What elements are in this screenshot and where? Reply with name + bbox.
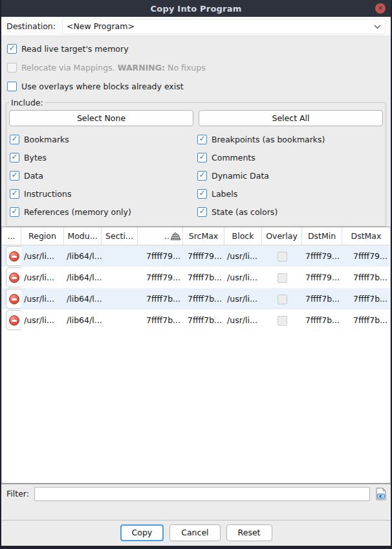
filter-input[interactable] bbox=[34, 487, 370, 501]
options-section: ✓ Read live target's memory ✓ Relocate v… bbox=[1, 36, 391, 98]
cell-block: /usr/li... bbox=[224, 273, 262, 282]
include-item-instructions[interactable]: ✓ Instructions bbox=[10, 185, 195, 203]
cell-module: /lib64/l... bbox=[64, 294, 102, 304]
table-empty-area bbox=[2, 331, 390, 483]
checkbox[interactable]: ✓ bbox=[7, 63, 17, 73]
destination-label: Destination: bbox=[6, 21, 56, 31]
reset-button[interactable]: Reset bbox=[226, 524, 272, 541]
destination-row: Destination: <New Program> bbox=[1, 17, 391, 36]
checkbox[interactable]: ✓ bbox=[197, 207, 207, 217]
option-read-live-memory[interactable]: ✓ Read live target's memory bbox=[7, 41, 385, 56]
remove-row-button[interactable] bbox=[6, 310, 21, 330]
destination-value: <New Program> bbox=[67, 21, 135, 31]
column-header-section[interactable]: Secti... bbox=[102, 227, 138, 245]
overlay-checkbox[interactable] bbox=[278, 252, 287, 262]
table-header-row: ... Region Modu... Secti... .. SrcMax Bl… bbox=[2, 227, 390, 245]
include-item-bytes[interactable]: ✓ Bytes bbox=[10, 148, 195, 166]
cell-region: /usr/li... bbox=[21, 273, 64, 282]
remove-icon bbox=[9, 273, 19, 283]
checkbox[interactable]: ✓ bbox=[197, 171, 207, 181]
column-header-module[interactable]: Modu... bbox=[64, 227, 102, 245]
checkbox[interactable]: ✓ bbox=[10, 207, 19, 217]
include-item-breakpoints[interactable]: ✓ Breakpoints (as bookmarks) bbox=[197, 130, 382, 148]
cell-dstmax: 7ffff79... bbox=[342, 251, 390, 261]
remove-row-button[interactable] bbox=[6, 246, 21, 266]
filter-options-icon[interactable] bbox=[375, 487, 387, 500]
cell-dstmax: 7ffff7b... bbox=[342, 315, 390, 325]
cell-module: /lib64/l... bbox=[64, 315, 102, 325]
checkbox[interactable]: ✓ bbox=[7, 44, 17, 54]
remove-row-button[interactable] bbox=[6, 267, 21, 287]
cell-srcmax: 7ffff7b... bbox=[183, 294, 224, 304]
remove-icon bbox=[9, 294, 19, 304]
column-header-dstmin[interactable]: DstMin bbox=[302, 227, 342, 245]
select-none-button[interactable]: Select None bbox=[9, 110, 193, 126]
column-header-srcmin[interactable]: .. bbox=[138, 227, 183, 245]
remove-icon bbox=[9, 315, 19, 326]
column-header-overlay[interactable]: Overlay bbox=[262, 227, 302, 245]
checkbox[interactable]: ✓ bbox=[197, 153, 207, 162]
destination-combobox[interactable]: <New Program> bbox=[62, 19, 386, 34]
cell-dstmax: 7ffff7b... bbox=[342, 273, 390, 282]
cell-region: /usr/li... bbox=[21, 315, 64, 325]
include-item-state[interactable]: ✓ State (as colors) bbox=[197, 203, 382, 221]
include-item-bookmarks[interactable]: ✓ Bookmarks bbox=[10, 130, 195, 148]
column-header-dstmax[interactable]: DstMax bbox=[342, 227, 390, 245]
checkbox[interactable]: ✓ bbox=[7, 82, 17, 91]
overlay-checkbox[interactable] bbox=[278, 295, 287, 304]
cell-srcmin: 7ffff7b... bbox=[138, 294, 183, 304]
overlay-checkbox[interactable] bbox=[278, 273, 287, 283]
cell-srcmax: 7ffff7b... bbox=[183, 273, 224, 282]
checkbox[interactable]: ✓ bbox=[10, 135, 19, 144]
overlay-checkbox[interactable] bbox=[278, 316, 287, 326]
cell-block: /usr/li... bbox=[224, 315, 262, 325]
dialog-title: Copy Into Program bbox=[151, 4, 242, 14]
table-row[interactable]: /usr/li... /lib64/l... 7ffff7b... 7ffff7… bbox=[2, 288, 390, 309]
mapping-table: ... Region Modu... Secti... .. SrcMax Bl… bbox=[1, 227, 391, 484]
column-header-region[interactable]: Region bbox=[21, 227, 64, 245]
cell-srcmin: 7ffff7b... bbox=[138, 315, 183, 325]
cell-srcmin: 7ffff79... bbox=[138, 273, 183, 282]
column-header-srcmax[interactable]: SrcMax bbox=[183, 227, 224, 245]
include-group: Include: Select None Select All ✓ Bookma… bbox=[6, 98, 386, 227]
table-row[interactable]: /usr/li... /lib64/l... 7ffff79... 7ffff7… bbox=[2, 245, 390, 267]
column-header-block[interactable]: Block bbox=[224, 227, 262, 245]
include-legend: Include: bbox=[9, 98, 45, 107]
cell-dstmin: 7ffff79... bbox=[302, 251, 342, 261]
cell-region: /usr/li... bbox=[21, 294, 64, 304]
checkbox[interactable]: ✓ bbox=[197, 135, 207, 144]
remove-row-button[interactable] bbox=[6, 289, 21, 309]
sort-ascending-icon bbox=[171, 232, 180, 240]
cancel-button[interactable]: Cancel bbox=[169, 524, 220, 541]
checkbox[interactable]: ✓ bbox=[10, 171, 19, 181]
checkbox[interactable]: ✓ bbox=[10, 153, 19, 162]
include-item-data[interactable]: ✓ Data bbox=[10, 166, 195, 185]
cell-block: /usr/li... bbox=[224, 251, 262, 261]
include-item-references[interactable]: ✓ References (memory only) bbox=[10, 203, 195, 221]
close-icon[interactable]: ✕ bbox=[375, 3, 386, 14]
checkbox[interactable]: ✓ bbox=[10, 189, 19, 199]
actions-zone: Copy Cancel Reset bbox=[1, 503, 391, 546]
column-header-actions[interactable]: ... bbox=[2, 227, 21, 245]
titlebar: Copy Into Program ✕ bbox=[1, 0, 391, 17]
checkbox[interactable]: ✓ bbox=[197, 189, 207, 199]
cell-dstmin: 7ffff79... bbox=[302, 273, 342, 282]
warning-label: WARNING: bbox=[118, 63, 165, 73]
option-use-overlays[interactable]: ✓ Use overlays where blocks already exis… bbox=[7, 79, 385, 93]
cell-dstmin: 7ffff7b... bbox=[302, 315, 342, 325]
cell-region: /usr/li... bbox=[21, 251, 64, 261]
option-relocate-via-mappings[interactable]: ✓ Relocate via Mappings. WARNING: No fix… bbox=[7, 60, 385, 74]
actions-row: Copy Cancel Reset bbox=[1, 520, 391, 546]
remove-icon bbox=[9, 251, 19, 262]
table-row[interactable]: /usr/li... /lib64/l... 7ffff7b... 7ffff7… bbox=[2, 309, 390, 331]
select-all-button[interactable]: Select All bbox=[199, 110, 383, 126]
cell-dstmin: 7ffff7b... bbox=[302, 294, 342, 304]
cell-module: /lib64/l... bbox=[64, 251, 102, 261]
table-body: /usr/li... /lib64/l... 7ffff79... 7ffff7… bbox=[2, 245, 390, 331]
copy-into-program-dialog: Copy Into Program ✕ Destination: <New Pr… bbox=[0, 0, 392, 549]
include-item-comments[interactable]: ✓ Comments bbox=[197, 148, 382, 166]
include-item-labels[interactable]: ✓ Labels bbox=[197, 185, 382, 203]
copy-button[interactable]: Copy bbox=[120, 524, 164, 541]
include-item-dynamic-data[interactable]: ✓ Dynamic Data bbox=[197, 166, 382, 185]
table-row[interactable]: /usr/li... /lib64/l... 7ffff79... 7ffff7… bbox=[2, 267, 390, 288]
